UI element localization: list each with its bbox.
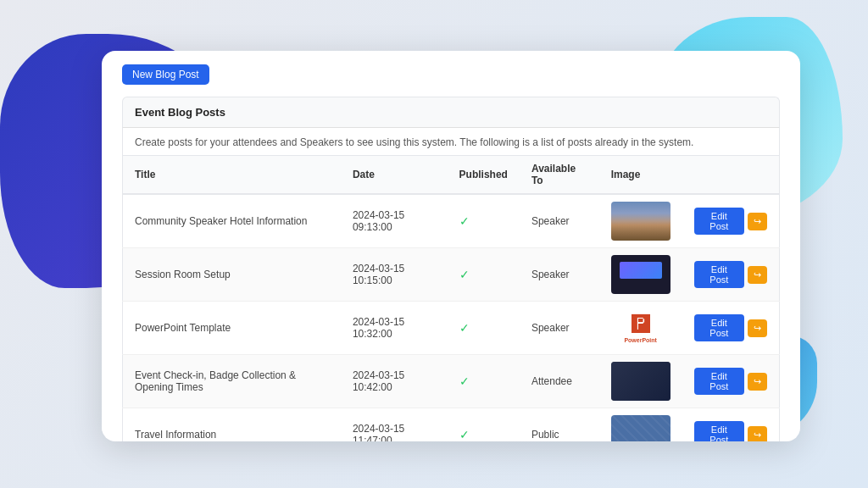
thumbnail-checkin [611,362,670,401]
share-post-button[interactable]: ↪ [748,426,767,442]
cell-title: Community Speaker Hotel Information [123,194,341,248]
table-row: Community Speaker Hotel Information2024-… [123,194,780,248]
powerpoint-logo: 🅿PowerPoint [624,313,657,343]
table-row: PowerPoint Template2024-03-15 10:32:00✓S… [123,302,780,355]
thumbnail-hotel [611,202,670,241]
cell-image [599,355,682,408]
cell-available-to: Public [520,408,599,442]
thumbnail-session [611,255,670,294]
cell-available-to: Attendee [520,355,599,408]
cell-published: ✓ [448,248,520,302]
col-available-to: Available To [520,156,599,194]
col-date: Date [341,156,448,194]
edit-post-button[interactable]: Edit Post [694,261,744,288]
table-row: Event Check-in, Badge Collection & Openi… [123,355,780,408]
thumbnail-powerpoint: 🅿PowerPoint [611,308,670,347]
published-check-icon: ✓ [459,374,470,388]
edit-post-button[interactable]: Edit Post [694,208,744,235]
cell-date: 2024-03-15 10:32:00 [341,302,448,355]
edit-post-button[interactable]: Edit Post [694,421,744,441]
cell-available-to: Speaker [520,248,599,302]
thumbnail-travel [611,415,670,441]
published-check-icon: ✓ [459,214,470,228]
cell-available-to: Speaker [520,194,599,248]
cell-date: 2024-03-15 09:13:00 [341,194,448,248]
cell-date: 2024-03-15 10:42:00 [341,355,448,408]
card-content: New Blog Post Event Blog Posts Create po… [102,51,800,441]
cell-date: 2024-03-15 10:15:00 [341,248,448,302]
share-post-button[interactable]: ↪ [748,266,767,284]
cell-title: PowerPoint Template [123,302,341,355]
col-title: Title [123,156,341,194]
cell-published: ✓ [448,408,520,442]
table-row: Session Room Setup2024-03-15 10:15:00✓Sp… [123,248,780,302]
published-check-icon: ✓ [459,428,470,441]
cell-date: 2024-03-15 11:47:00 [341,408,448,442]
share-post-button[interactable]: ↪ [748,213,767,230]
new-blog-post-button[interactable]: New Blog Post [122,64,209,85]
cell-published: ✓ [448,355,520,408]
cell-actions: Edit Post↪ [682,408,780,442]
cell-published: ✓ [448,194,520,248]
share-post-button[interactable]: ↪ [748,373,767,391]
table-row: Travel Information2024-03-15 11:47:00✓Pu… [123,408,780,442]
section-description: Create posts for your attendees and Spea… [122,128,780,156]
blog-posts-table: Title Date Published Available To Image … [122,156,780,441]
cell-image [599,248,682,302]
cell-actions: Edit Post↪ [682,302,780,355]
share-post-button[interactable]: ↪ [748,319,767,337]
section-header: Event Blog Posts [122,97,780,128]
cell-title: Event Check-in, Badge Collection & Openi… [123,355,341,408]
cell-published: ✓ [448,302,520,355]
cell-actions: Edit Post↪ [682,355,780,408]
cell-title: Session Room Setup [123,248,341,302]
col-image: Image [599,156,682,194]
cell-image [599,194,682,248]
cell-title: Travel Information [123,408,341,442]
col-published: Published [448,156,520,194]
cell-actions: Edit Post↪ [682,248,780,302]
cell-available-to: Speaker [520,302,599,355]
col-actions [682,156,780,194]
published-check-icon: ✓ [459,268,470,281]
cell-actions: Edit Post↪ [682,194,780,248]
cell-image: 🅿PowerPoint [599,302,682,355]
published-check-icon: ✓ [459,321,470,335]
edit-post-button[interactable]: Edit Post [694,314,744,341]
table-header-row: Title Date Published Available To Image [123,156,780,194]
edit-post-button[interactable]: Edit Post [694,368,744,395]
main-card: New Blog Post Event Blog Posts Create po… [102,51,800,441]
cell-image [599,408,682,442]
